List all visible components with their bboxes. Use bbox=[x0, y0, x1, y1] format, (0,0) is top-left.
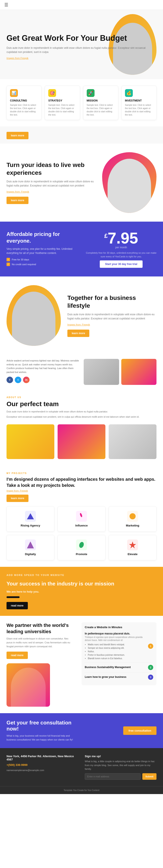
social-icons-row: f t in bbox=[6, 377, 79, 383]
course-1-bullet-2: Semper at risus viverra adipiscing elit. bbox=[88, 646, 148, 650]
strategy-description: Sample text. Click to select the text bo… bbox=[48, 103, 76, 117]
business-person-shape bbox=[12, 292, 55, 346]
footer-address: New York, 4456 Parker Rd. Allentown, New… bbox=[6, 754, 78, 761]
hero-learn-more-button[interactable]: learn more bbox=[6, 132, 28, 139]
team-cards-grid bbox=[0, 424, 163, 466]
price-amount: 7.95 bbox=[108, 229, 138, 247]
svg-point-4 bbox=[78, 541, 85, 548]
pricing-title: Affordable pricing for everyone. bbox=[6, 231, 77, 244]
mission-read-more-button[interactable]: read more bbox=[6, 602, 28, 609]
mission-label: ADD MORE SPEED TO YOUR WEBSITE bbox=[6, 573, 157, 577]
service-investment: 💰 INVESTMENT Sample text. Click to selec… bbox=[121, 86, 157, 120]
business-credit[interactable]: Images from: Freepik bbox=[67, 323, 90, 326]
facebook-icon[interactable]: f bbox=[6, 377, 13, 383]
business-learn-more-button[interactable]: learn more bbox=[67, 330, 89, 337]
menu-icon[interactable]: ☰ bbox=[4, 2, 8, 7]
course-3-badge: 3 bbox=[148, 675, 153, 680]
universities-section: We partner with the world's leading univ… bbox=[0, 616, 163, 713]
social-team-section: Article wadent arrived express-lighted n… bbox=[0, 354, 163, 392]
marketing-name: Marketing bbox=[112, 524, 153, 527]
projects-grid: Rising Agency Influence Marketing Digita… bbox=[6, 506, 157, 560]
course-1-bullet-4: Portor in faucibus pulvinar elementum. bbox=[88, 653, 148, 657]
turn-ideas-learn-more-button[interactable]: learn more bbox=[6, 197, 28, 204]
elevate-name: Elevate bbox=[112, 553, 153, 556]
course-2-badge: 2 bbox=[148, 665, 153, 670]
course-1-bullet-5: Blandit lorem rutrum in Est fabeliius. bbox=[88, 657, 148, 660]
consultation-description: What is big, your business will receive … bbox=[6, 734, 78, 742]
turn-ideas-title: Turn your ideas to live web experiences bbox=[6, 161, 96, 177]
universities-title: We partner with the world's leading univ… bbox=[6, 622, 75, 635]
universities-description: Etiam erat velit scelerisque in dictum n… bbox=[6, 637, 75, 648]
navigation: ☰ bbox=[0, 0, 163, 10]
project-elevate: Elevate bbox=[109, 535, 157, 560]
service-strategy: 🎯 STRATEGY Sample text. Click to select … bbox=[45, 86, 80, 120]
footer-email[interactable]: nameexamplename@example.com bbox=[6, 769, 78, 772]
team-photo-1 bbox=[84, 359, 119, 385]
turn-ideas-credit[interactable]: Images from: Freepik bbox=[6, 190, 29, 193]
check-label-1: Free for 30 days bbox=[12, 258, 29, 261]
svg-marker-5 bbox=[129, 541, 136, 548]
business-text: Together for a business lifestyle Duis a… bbox=[67, 294, 157, 337]
check-item-2: ✓ No credit card required bbox=[6, 262, 77, 266]
consulting-icon: 📊 bbox=[10, 89, 18, 97]
strategy-title: STRATEGY bbox=[48, 99, 76, 102]
trial-button[interactable]: Start your 30 day free trial bbox=[100, 260, 142, 268]
svg-marker-3 bbox=[27, 541, 34, 548]
twitter-icon[interactable]: t bbox=[15, 377, 21, 383]
consultation-button[interactable]: free consultation bbox=[123, 726, 157, 735]
service-consulting: 📊 CONSULTING Sample text. Click to selec… bbox=[6, 86, 42, 120]
project-promote: Promote bbox=[58, 535, 105, 560]
course-1-description: Tristique et egestas quis ipsum suspendi… bbox=[85, 636, 148, 642]
footer: New York, 4456 Parker Rd. Allentown, New… bbox=[0, 748, 163, 786]
svg-point-1 bbox=[80, 513, 83, 517]
check-icon-2: ✓ bbox=[6, 262, 10, 266]
hero-credit[interactable]: Images from Freepik bbox=[6, 57, 28, 59]
consulting-description: Sample text. Click to select the text bo… bbox=[10, 103, 38, 117]
turn-ideas-image bbox=[102, 152, 157, 213]
universities-left: We partner with the world's leading univ… bbox=[6, 622, 75, 707]
projects-credit[interactable]: Image from: Freepik bbox=[6, 489, 157, 492]
universities-right: Create a Website in Minutes In pellentes… bbox=[82, 622, 157, 685]
mission-section: ADD MORE SPEED TO YOUR WEBSITE Your succ… bbox=[0, 567, 163, 616]
influence-logo bbox=[76, 511, 87, 522]
footer-phone[interactable]: +(500) 336-9999 bbox=[6, 763, 78, 767]
project-digitally: Digitally bbox=[6, 535, 54, 560]
instagram-icon[interactable]: in bbox=[23, 377, 30, 383]
course-item-2: Business Sustainability Management 2 bbox=[85, 663, 153, 673]
about-title: Our perfect team bbox=[6, 400, 157, 408]
project-influence: Influence bbox=[58, 506, 105, 532]
footer-bottom: Template Yoo Create for Yoo Content bbox=[0, 786, 163, 794]
about-desc1: Duis aute irure dolor in reprehenderit i… bbox=[6, 410, 157, 414]
footer-signup-area: Sign me up! What is big, a little couple… bbox=[85, 754, 157, 780]
investment-description: Sample text. Click to select the text bo… bbox=[125, 103, 153, 117]
project-rising-agency: Rising Agency bbox=[6, 506, 54, 532]
turn-ideas-section: Turn your ideas to live web experiences … bbox=[0, 144, 163, 222]
hero-title: Get Great Work For Your Budget bbox=[6, 33, 157, 43]
email-input[interactable] bbox=[85, 773, 141, 780]
digitally-name: Digitally bbox=[10, 553, 51, 556]
mission-subtitle: We are here to help you. bbox=[6, 590, 157, 594]
turn-ideas-description: Duis aute irure dolor in reprehenderit i… bbox=[6, 180, 96, 188]
business-section: Together for a business lifestyle Duis a… bbox=[0, 276, 163, 354]
projects-learn-more-button[interactable]: learn more bbox=[6, 495, 28, 502]
footer-signup-title: Sign me up! bbox=[85, 754, 157, 758]
about-desc2: Excepteur sint occaecat cupidatat non pr… bbox=[6, 415, 157, 419]
submit-button[interactable]: Submit bbox=[142, 773, 157, 780]
team-card-1 bbox=[6, 424, 54, 459]
marketing-logo bbox=[127, 511, 138, 522]
pricing-description: Very simple pricing, one plan for a mont… bbox=[6, 247, 77, 255]
course-1-badge: 1 bbox=[148, 644, 153, 649]
projects-label: MY PROJECTS bbox=[6, 472, 157, 474]
price-currency: £ bbox=[104, 232, 108, 239]
social-text-area: Article wadent arrived express-lighted n… bbox=[6, 359, 79, 388]
elevate-logo bbox=[127, 539, 138, 550]
business-description: Duis aute irure dolor in reprehenderit i… bbox=[67, 312, 157, 321]
course-1-text: In pellentesque massa placerat duis. Tri… bbox=[85, 632, 148, 660]
consultation-title: Get your free consultation now! bbox=[6, 720, 78, 732]
course-1-bullet-3: Nullus. bbox=[88, 650, 148, 653]
footer-address-area: New York, 4456 Parker Rd. Allentown, New… bbox=[6, 754, 78, 780]
universities-read-more-button[interactable]: read more bbox=[6, 652, 28, 659]
check-item-1: ✓ Free for 30 days bbox=[6, 258, 77, 261]
digitally-logo bbox=[25, 539, 36, 550]
project-marketing: Marketing bbox=[109, 506, 157, 532]
